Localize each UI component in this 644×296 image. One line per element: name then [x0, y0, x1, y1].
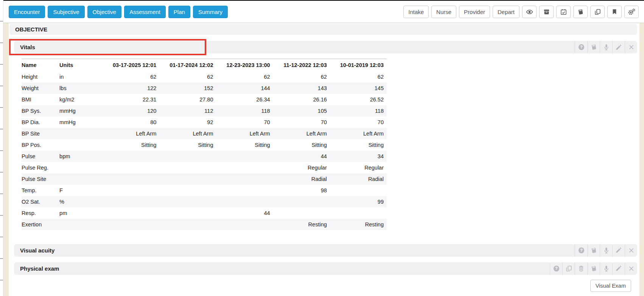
vital-value: 62	[216, 71, 273, 83]
vital-value	[159, 151, 216, 162]
help-icon[interactable]: ?	[575, 41, 587, 53]
vital-name: Exertion	[22, 219, 59, 230]
vitals-table: NameUnits03-17-2025 12:0101-17-2024 12:0…	[22, 59, 387, 230]
vital-value: 62	[330, 71, 387, 83]
visual-exam-button[interactable]: Visual Exam	[590, 280, 631, 292]
left-panel-edge	[3, 23, 9, 296]
vital-units: bpm	[59, 151, 103, 162]
close-icon[interactable]	[625, 244, 637, 257]
close-icon[interactable]	[625, 41, 637, 53]
vital-value	[159, 207, 216, 219]
bookmark-icon-button[interactable]	[607, 6, 622, 18]
book-icon[interactable]	[587, 41, 600, 53]
help-icon[interactable]: ?	[550, 262, 562, 275]
vital-value: Resting	[330, 219, 387, 230]
mic-icon[interactable]	[600, 244, 612, 257]
eye-icon-button[interactable]	[522, 6, 537, 18]
vitals-row-pulse-site: Pulse SiteRadialRadial	[22, 173, 387, 185]
vitals-row-resp-: Resp.pm44	[22, 207, 387, 219]
vital-value: Left Arm	[273, 128, 330, 139]
depart-button[interactable]: Depart	[493, 6, 520, 18]
vital-units	[59, 139, 103, 151]
book-icon[interactable]	[587, 262, 600, 275]
vital-value: 118	[216, 105, 273, 117]
vital-units: mmHg	[59, 105, 103, 117]
close-icon[interactable]	[625, 262, 637, 275]
vital-value: Sitting	[216, 139, 273, 151]
pencil-icon[interactable]	[612, 41, 625, 53]
vital-value: 144	[216, 83, 273, 94]
svg-text:?: ?	[555, 266, 558, 271]
trash-icon[interactable]	[575, 262, 587, 275]
vital-value: 105	[273, 105, 330, 117]
intake-button[interactable]: Intake	[403, 6, 429, 18]
vitals-section-title: Vitals	[20, 44, 35, 50]
svg-text:?: ?	[580, 248, 583, 252]
vitals-highlight-annotation	[9, 39, 206, 55]
column-header: 11-12-2022 12:03	[273, 59, 330, 71]
vital-name: Pulse Site	[22, 173, 59, 185]
vital-value	[273, 207, 330, 219]
vital-value: 27.80	[159, 94, 216, 105]
summary-button[interactable]: Summary	[193, 6, 228, 18]
vital-value: Left Arm	[330, 128, 387, 139]
pencil-icon[interactable]	[612, 262, 625, 275]
nurse-button[interactable]: Nurse	[431, 6, 456, 18]
copy-icon-button[interactable]	[590, 6, 605, 18]
vital-value: 112	[159, 105, 216, 117]
vital-value	[159, 185, 216, 196]
calendar-check-icon-button[interactable]	[556, 6, 571, 18]
objective-button[interactable]: Objective	[87, 6, 122, 18]
svg-text:?: ?	[580, 45, 583, 49]
vitals-row-exertion: ExertionRestingResting	[22, 219, 387, 230]
column-header: 10-01-2019 12:03	[330, 59, 387, 71]
vital-value	[216, 196, 273, 207]
vitals-row-bmi: BMIkg/m222.3127.8026.3426.1626.52	[22, 94, 387, 105]
vital-units: in	[59, 71, 103, 83]
column-header: Units	[59, 59, 103, 71]
subjective-button[interactable]: Subjective	[48, 6, 84, 18]
vital-value: 34	[330, 151, 387, 162]
vital-value: 70	[273, 117, 330, 128]
vital-units: pm	[59, 207, 103, 219]
vital-value	[216, 162, 273, 173]
encounter-button[interactable]: Encounter	[9, 6, 45, 18]
book-icon[interactable]	[587, 244, 600, 257]
column-header: 03-17-2025 12:01	[103, 59, 159, 71]
vital-value: 80	[103, 117, 159, 128]
provider-button[interactable]: Provider	[459, 6, 490, 18]
vital-value: Left Arm	[103, 128, 159, 139]
page-title: OBJECTIVE	[15, 26, 47, 33]
plan-button[interactable]: Plan	[168, 6, 190, 18]
column-header: Name	[22, 59, 59, 71]
visual-acuity-section-icons: ?	[575, 244, 637, 257]
vital-value: 62	[273, 71, 330, 83]
mic-icon[interactable]	[600, 262, 612, 275]
vital-value: 26.52	[330, 94, 387, 105]
vitals-row-pulse: Pulsebpm4434	[22, 151, 387, 162]
vital-units: F	[59, 185, 103, 196]
vital-value: Regular	[330, 162, 387, 173]
vital-value: Left Arm	[159, 128, 216, 139]
physical-exam-section-title: Physical exam	[20, 265, 59, 272]
vital-units: lbs	[59, 83, 103, 94]
vital-value	[216, 173, 273, 185]
vital-name: Weight	[22, 83, 59, 94]
vital-value: 70	[330, 117, 387, 128]
assessment-button[interactable]: Assessment	[124, 6, 166, 18]
gears-icon-button[interactable]	[624, 6, 639, 18]
vital-value	[216, 219, 273, 230]
toolbar-icon-group	[522, 6, 639, 18]
encounter-form-body: OBJECTIVE Vitals ? NameUnits03-17-2025 1…	[9, 23, 639, 296]
vital-value	[273, 196, 330, 207]
pencil-icon[interactable]	[612, 244, 625, 257]
vitals-row-bp-pos-: BP Pos.SittingSittingSittingSittingSitti…	[22, 139, 387, 151]
vital-value: 99	[330, 196, 387, 207]
help-icon[interactable]: ?	[575, 244, 587, 257]
vital-units	[59, 128, 103, 139]
archive-icon-button[interactable]	[539, 6, 554, 18]
book-icon-button[interactable]	[573, 6, 588, 18]
toolbar: EncounterSubjectiveObjectiveAssessmentPl…	[3, 0, 644, 23]
copy-icon[interactable]	[562, 262, 575, 275]
mic-icon[interactable]	[600, 41, 612, 53]
